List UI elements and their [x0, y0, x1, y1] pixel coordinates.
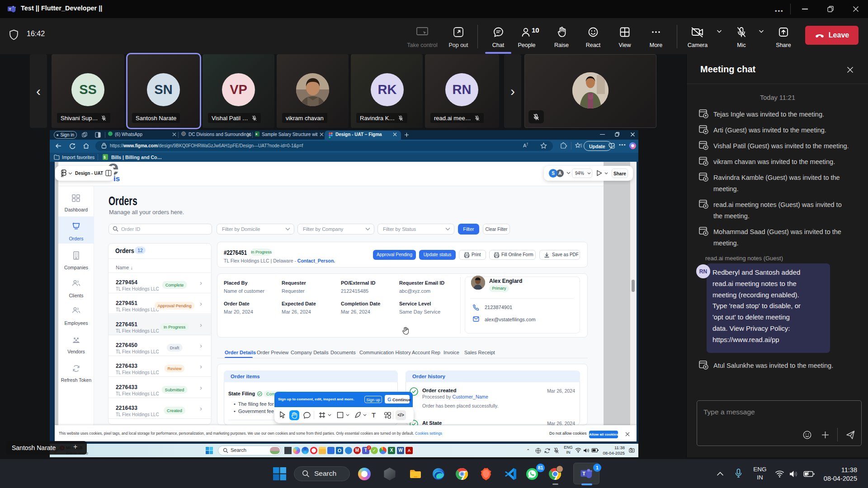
- svg-text:T: T: [9, 7, 11, 11]
- svg-text:T: T: [582, 471, 585, 476]
